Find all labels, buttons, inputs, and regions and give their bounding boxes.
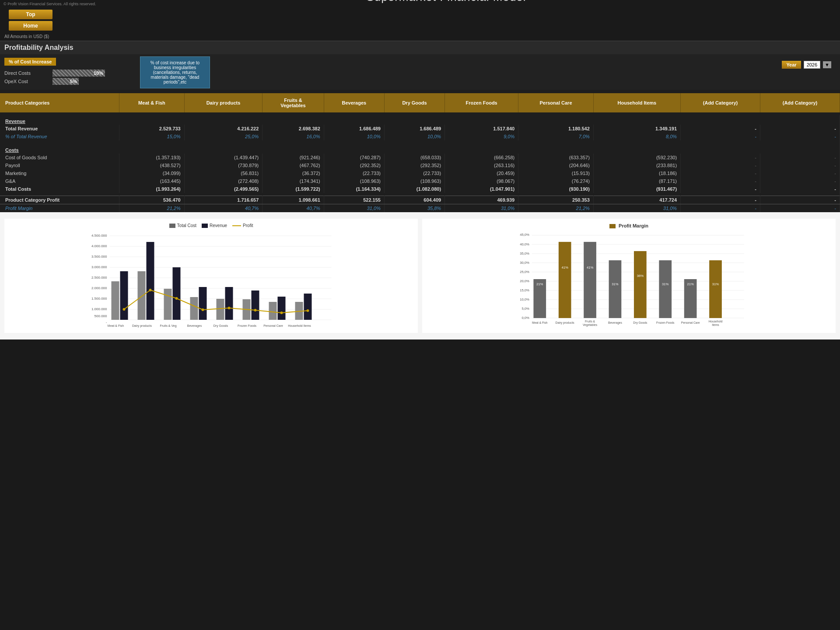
marketing-add2: -	[760, 169, 840, 177]
profit-point-6	[254, 309, 257, 312]
top-button[interactable]: Top	[9, 10, 52, 19]
cost-increase-label: % of Cost Increase	[4, 58, 56, 66]
svg-text:20,0%: 20,0%	[520, 279, 529, 283]
legend-total-cost-icon	[169, 224, 175, 228]
payroll-add1: -	[681, 161, 760, 169]
svg-text:Beverages: Beverages	[608, 321, 623, 325]
bar-rev-frozen	[252, 290, 259, 320]
profit-dry: 604.409	[384, 196, 444, 204]
ga-frozen: (98.067)	[445, 177, 518, 185]
bar-margin-frozen	[659, 260, 672, 318]
total-costs-dairy: (2.499.565)	[184, 185, 262, 193]
bar-rev-meat	[120, 271, 128, 320]
year-dropdown[interactable]: ▼	[823, 61, 831, 68]
year-value[interactable]: 2026	[804, 61, 820, 69]
profit-label: Product Category Profit	[0, 196, 119, 204]
svg-text:Household: Household	[709, 320, 723, 323]
payroll-dry: (292.352)	[384, 161, 444, 169]
svg-text:Fruits &: Fruits &	[585, 320, 595, 323]
col-add1[interactable]: (Add Category)	[681, 93, 760, 112]
revenue-frozen: 1.517.840	[445, 125, 518, 133]
bar-cost-personal	[269, 302, 277, 320]
payroll-dairy: (730.879)	[184, 161, 262, 169]
payroll-meat: (438.527)	[119, 161, 185, 169]
svg-text:4.000.000: 4.000.000	[91, 244, 107, 248]
svg-text:30,0%: 30,0%	[520, 261, 529, 265]
bar-rev-personal	[278, 297, 286, 320]
costs-section-row: Costs	[0, 144, 840, 154]
right-legend-label: Profit Margin	[619, 223, 648, 228]
bar-rev-household	[304, 294, 312, 320]
revenue-dry: 1.686.489	[384, 125, 444, 133]
pct-beverages: 10,0%	[324, 133, 384, 140]
pct-personal: 7,0%	[518, 133, 594, 140]
svg-text:1.000.000: 1.000.000	[91, 307, 107, 311]
svg-text:3.000.000: 3.000.000	[91, 265, 107, 269]
col-household: Household Items	[593, 93, 680, 112]
profit-meat: 536.470	[119, 196, 185, 204]
svg-text:500.000: 500.000	[94, 314, 107, 318]
profit-personal: 250.353	[518, 196, 594, 204]
ga-personal: (76.274)	[518, 177, 594, 185]
profit-margin-label: Profit Margin	[0, 204, 119, 213]
margin-frozen: 31,0%	[445, 204, 518, 213]
cost-increase-panel: % of Cost Increase Direct Costs 10% OpeX…	[4, 58, 105, 86]
marketing-row: Marketing (34.099) (56.831) (36.372) (22…	[0, 169, 840, 177]
legend-total-cost: Total Cost	[169, 223, 196, 228]
bar-rev-fruits	[173, 267, 181, 320]
revenue-meat: 2.529.733	[119, 125, 185, 133]
payroll-frozen: (263.116)	[445, 161, 518, 169]
svg-text:Dairy products: Dairy products	[132, 324, 152, 328]
revenue-beverages: 1.686.489	[324, 125, 384, 133]
marketing-frozen: (20.459)	[445, 169, 518, 177]
page-title: Supermarket Financial Model	[366, 0, 526, 4]
year-selector: Year 2026 ▼	[782, 61, 831, 69]
col-dry-goods: Dry Goods	[384, 93, 444, 112]
legend-revenue-label: Revenue	[210, 223, 227, 228]
marketing-add1: -	[681, 169, 760, 177]
svg-text:Personal Care: Personal Care	[681, 321, 700, 324]
total-costs-beverages: (1.164.334)	[324, 185, 384, 193]
currency-note: All Amounts in USD ($)	[0, 32, 840, 41]
cogs-meat: (1.357.193)	[119, 154, 185, 161]
svg-text:Frozen Foods: Frozen Foods	[656, 321, 675, 324]
main-table-wrapper: Product Categories Meat & Fish Dairy pro…	[0, 93, 840, 212]
right-legend-icon	[609, 224, 616, 228]
svg-text:-: -	[106, 320, 107, 324]
cogs-row: Cost of Goods Sold (1.357.193) (1.439.44…	[0, 154, 840, 161]
col-frozen-foods: Frozen Foods	[445, 93, 518, 112]
marketing-fruits: (36.372)	[262, 169, 324, 177]
direct-costs-row: Direct Costs 10%	[4, 70, 105, 77]
home-button[interactable]: Home	[9, 21, 52, 31]
svg-text:45,0%: 45,0%	[520, 233, 529, 237]
total-costs-add1: -	[681, 185, 760, 193]
ga-add2: -	[760, 177, 840, 185]
svg-text:Vegetables: Vegetables	[583, 323, 598, 327]
profit-point-7	[280, 312, 283, 314]
marketing-label: Marketing	[0, 169, 119, 177]
profit-row: Product Category Profit 536.470 1.716.65…	[0, 196, 840, 204]
svg-text:0,0%: 0,0%	[522, 316, 529, 320]
bar-cost-beverages	[190, 297, 198, 320]
payroll-add2: -	[760, 161, 840, 169]
revenue-section-row: Revenue	[0, 115, 840, 125]
col-add2[interactable]: (Add Category)	[760, 93, 840, 112]
margin-personal: 21,2%	[518, 204, 594, 213]
pct-fruits: 16,0%	[262, 133, 324, 140]
bar-margin-dairy	[559, 242, 571, 318]
year-label: Year	[782, 61, 801, 69]
margin-dry: 35,8%	[384, 204, 444, 213]
pct-revenue-label: % of Total Revenue	[0, 133, 119, 140]
right-chart-title: Profit Margin	[429, 223, 829, 228]
total-costs-household: (931.467)	[593, 185, 680, 193]
svg-text:41%: 41%	[562, 266, 568, 270]
col-dairy: Dairy products	[184, 93, 262, 112]
pct-dry: 10,0%	[384, 133, 444, 140]
svg-text:40,0%: 40,0%	[520, 242, 529, 246]
bar-cost-meat	[112, 281, 119, 320]
cogs-fruits: (921.246)	[262, 154, 324, 161]
table-header-row: Product Categories Meat & Fish Dairy pro…	[0, 93, 840, 112]
opex-costs-label: OpeX Cost	[4, 79, 48, 84]
marketing-beverages: (22.733)	[324, 169, 384, 177]
profit-point-8	[307, 309, 309, 312]
